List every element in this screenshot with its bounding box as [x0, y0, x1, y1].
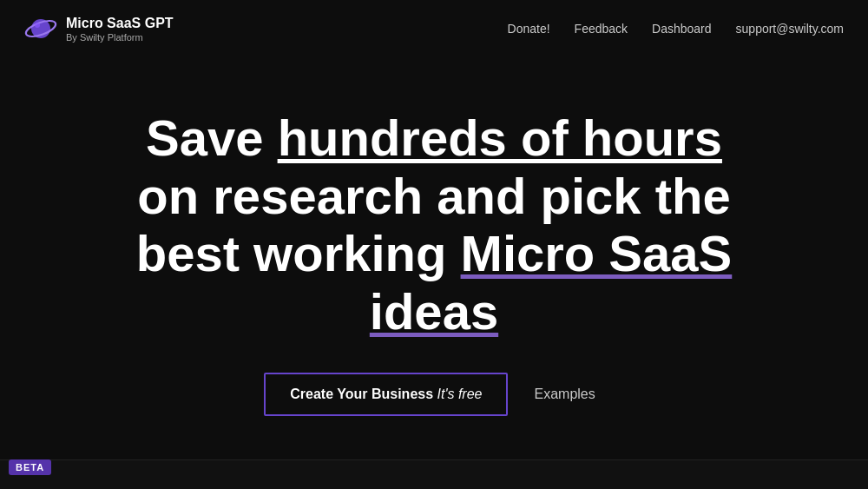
cta-italic: It's free [437, 387, 483, 401]
navbar-links: Donate! Feedback Dashboard support@swilt… [508, 22, 844, 36]
brand-text: Micro SaaS GPT By Swilty Platform [66, 15, 174, 42]
hero-buttons: Create Your Business It's free Examples [264, 373, 603, 416]
cta-button[interactable]: Create Your Business It's free [264, 373, 508, 416]
nav-link-feedback[interactable]: Feedback [575, 22, 628, 36]
hero-title-underline1: hundreds of hours [278, 109, 722, 166]
beta-badge: BETA [9, 459, 51, 475]
navbar: Micro SaaS GPT By Swilty Platform Donate… [0, 0, 868, 57]
hero-title: Save hundreds of hours on research and p… [130, 109, 738, 341]
nav-link-dashboard[interactable]: Dashboard [652, 22, 712, 36]
hero-title-text1: Save [146, 109, 278, 166]
examples-button[interactable]: Examples [525, 374, 603, 414]
nav-link-support[interactable]: support@swilty.com [736, 22, 844, 36]
svg-point-2 [35, 23, 40, 28]
hero-section: Save hundreds of hours on research and p… [0, 57, 868, 459]
brand-sub: By Swilty Platform [66, 32, 174, 43]
logo-icon [24, 12, 57, 45]
cta-label: Create Your Business [290, 387, 437, 401]
nav-link-donate[interactable]: Donate! [508, 22, 550, 36]
brand-name: Micro SaaS GPT [66, 15, 174, 31]
ecosystem-section: THE ECOSYSTEM Get Everything For Free Pr… [0, 460, 868, 489]
brand: Micro SaaS GPT By Swilty Platform [24, 12, 174, 45]
